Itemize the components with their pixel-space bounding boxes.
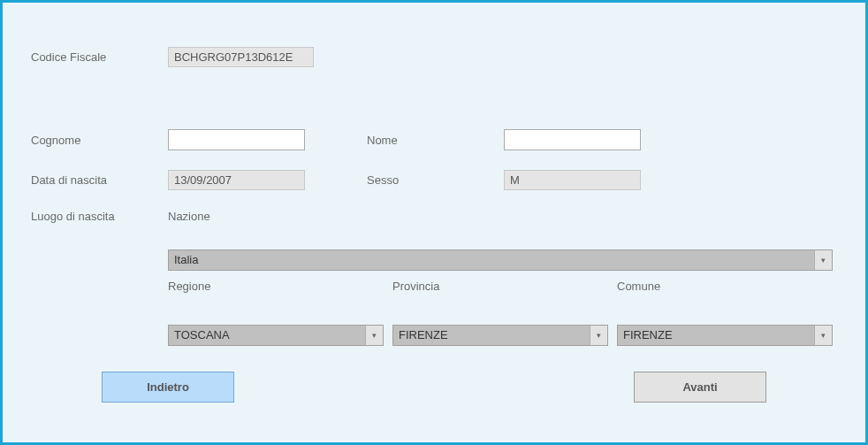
nome-label: Nome <box>367 134 504 147</box>
cognome-label: Cognome <box>31 134 168 147</box>
back-button[interactable]: Indietro <box>102 372 234 403</box>
next-button[interactable]: Avanti <box>634 372 766 403</box>
nome-input[interactable] <box>504 129 641 150</box>
sesso-value: M <box>504 170 641 190</box>
regione-value: TOSCANA <box>168 325 384 346</box>
data-nascita-label: Data di nascita <box>31 173 168 187</box>
cognome-input[interactable] <box>168 129 305 150</box>
regione-label: Regione <box>168 280 384 293</box>
regione-select[interactable]: TOSCANA ▾ <box>168 325 384 346</box>
comune-select[interactable]: FIRENZE ▾ <box>617 325 833 346</box>
provincia-label: Provincia <box>392 280 608 293</box>
luogo-nascita-label: Luogo di nascita <box>31 210 168 223</box>
nazione-value: Italia <box>168 249 833 271</box>
provincia-value: FIRENZE <box>392 325 608 346</box>
sesso-label: Sesso <box>367 173 504 187</box>
nazione-label: Nazione <box>168 210 210 223</box>
provincia-select[interactable]: FIRENZE ▾ <box>392 325 608 346</box>
comune-value: FIRENZE <box>617 325 833 346</box>
data-nascita-value: 13/09/2007 <box>168 170 305 190</box>
comune-label: Comune <box>617 280 833 293</box>
codice-fiscale-label: Codice Fiscale <box>31 50 168 64</box>
codice-fiscale-value: BCHGRG07P13D612E <box>168 47 314 67</box>
nazione-select[interactable]: Italia ▾ <box>168 249 833 271</box>
